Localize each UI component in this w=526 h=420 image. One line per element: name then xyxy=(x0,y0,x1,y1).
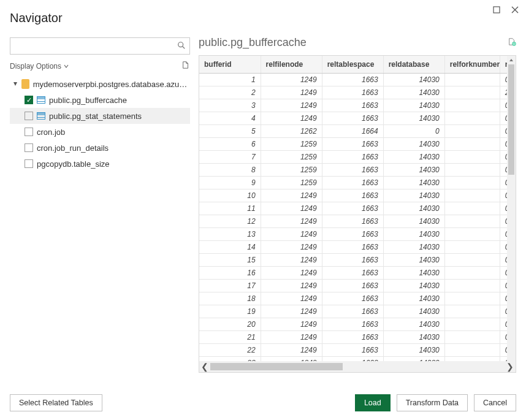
table-cell: 3 xyxy=(199,99,261,112)
table-cell: 14030 xyxy=(383,318,444,330)
display-options-dropdown[interactable]: Display Options xyxy=(10,62,69,71)
table-cell: 0 xyxy=(500,318,507,330)
table-cell: 14030 xyxy=(383,227,444,240)
table-cell: 20 xyxy=(199,318,261,330)
search-input[interactable] xyxy=(15,41,177,52)
tree-item[interactable]: pgcopydb.table_size xyxy=(10,156,190,172)
horizontal-scrollbar[interactable]: ❮ ❯ xyxy=(199,361,516,372)
table-cell: 15 xyxy=(199,253,261,266)
tree-item-label: public.pg_buffercache xyxy=(49,96,127,105)
column-header[interactable]: reldatabase xyxy=(383,56,444,73)
tree-item[interactable]: cron.job_run_details xyxy=(10,140,190,156)
table-cell xyxy=(444,86,500,99)
column-header[interactable]: reltablespace xyxy=(322,56,383,73)
close-button[interactable] xyxy=(511,6,519,13)
column-header[interactable]: bufferid xyxy=(199,56,261,73)
scroll-up-icon[interactable] xyxy=(507,56,516,64)
table-cell: 14030 xyxy=(383,305,444,318)
table-cell: 14030 xyxy=(383,330,444,343)
table-cell: 1249 xyxy=(261,253,322,266)
table-cell: 14030 xyxy=(383,176,444,189)
table-row[interactable]: 1012491663140300 xyxy=(199,189,507,202)
table-row[interactable]: 712591663140300 xyxy=(199,150,507,163)
tree-item[interactable]: cron.job xyxy=(10,124,190,140)
table-row[interactable]: 312491663140300 xyxy=(199,99,507,112)
vertical-scrollbar[interactable] xyxy=(507,56,516,361)
table-row[interactable]: 2312491663140300 xyxy=(199,356,507,361)
table-cell: 0 xyxy=(500,356,507,361)
table-cell: 4 xyxy=(199,112,261,124)
table-row[interactable]: 1812491663140300 xyxy=(199,292,507,305)
table-row[interactable]: 1312491663140300 xyxy=(199,227,507,240)
table-row[interactable]: 2212491663140300 xyxy=(199,343,507,356)
table-row[interactable]: 812591663140300 xyxy=(199,163,507,176)
table-row[interactable]: 1912491663140300 xyxy=(199,305,507,318)
maximize-button[interactable] xyxy=(493,6,500,13)
table-cell: 0 xyxy=(383,124,444,137)
table-row[interactable]: 1712491663140300 xyxy=(199,279,507,292)
table-cell: 13 xyxy=(199,227,261,240)
column-header[interactable]: relfilenode xyxy=(261,56,322,73)
table-cell: 22 xyxy=(199,343,261,356)
table-row[interactable]: 912591663140300 xyxy=(199,176,507,189)
scroll-left-icon[interactable]: ❮ xyxy=(199,362,210,372)
table-row[interactable]: 1112491663140300 xyxy=(199,202,507,215)
scroll-thumb[interactable] xyxy=(508,64,514,175)
table-cell: 14 xyxy=(199,240,261,253)
load-button[interactable]: Load xyxy=(355,394,391,411)
table-row[interactable]: 2012491663140300 xyxy=(199,318,507,330)
scroll-right-icon[interactable]: ❯ xyxy=(505,362,516,372)
table-cell: 1663 xyxy=(322,240,383,253)
tree-db-node[interactable]: mydemoserverpbi.postgres.database.azure.… xyxy=(10,76,190,92)
table-cell xyxy=(444,305,500,318)
table-cell: 0 xyxy=(500,176,507,189)
table-cell: 6 xyxy=(199,137,261,150)
table-row[interactable]: 112491663140300 xyxy=(199,73,507,86)
table-row[interactable]: 1412491663140300 xyxy=(199,240,507,253)
table-cell: 0 xyxy=(500,137,507,150)
table-cell: 23 xyxy=(199,356,261,361)
table-cell: 17 xyxy=(199,279,261,292)
table-row[interactable]: 1212491663140300 xyxy=(199,215,507,227)
table-cell: 1249 xyxy=(261,318,322,330)
refresh-icon[interactable] xyxy=(181,61,190,71)
table-cell: 1259 xyxy=(261,176,322,189)
checkbox[interactable]: ✓ xyxy=(25,96,33,104)
table-row[interactable]: 1512491663140300 xyxy=(199,253,507,266)
table-row[interactable]: 412491663140300 xyxy=(199,112,507,124)
table-cell: 14030 xyxy=(383,240,444,253)
preview-options-icon[interactable] xyxy=(508,36,516,49)
table-cell: 0 xyxy=(500,292,507,305)
table-row[interactable]: 212491663140302 xyxy=(199,86,507,99)
display-options-label: Display Options xyxy=(10,62,61,71)
table-row[interactable]: 1612491663140300 xyxy=(199,266,507,279)
table-row[interactable]: 2112491663140300 xyxy=(199,330,507,343)
table-cell: 14030 xyxy=(383,137,444,150)
checkbox[interactable] xyxy=(25,128,33,136)
table-cell xyxy=(444,240,500,253)
table-cell: 2 xyxy=(500,86,507,99)
expander-icon[interactable] xyxy=(12,81,18,87)
select-related-tables-button[interactable]: Select Related Tables xyxy=(10,394,102,411)
checkbox[interactable] xyxy=(25,143,33,152)
column-header[interactable]: re xyxy=(500,56,507,73)
search-icon[interactable] xyxy=(177,41,186,52)
checkbox[interactable] xyxy=(25,159,33,168)
table-cell xyxy=(444,318,500,330)
column-header[interactable]: relforknumber xyxy=(444,56,500,73)
tree-item[interactable]: ✓public.pg_buffercache xyxy=(10,92,190,108)
table-cell: 0 xyxy=(500,266,507,279)
tree-item-label: cron.job_run_details xyxy=(37,143,109,153)
table-cell: 1663 xyxy=(322,292,383,305)
table-cell: 0 xyxy=(500,112,507,124)
transform-data-button[interactable]: Transform Data xyxy=(397,394,468,411)
table-row[interactable]: 51262166400 xyxy=(199,124,507,137)
table-icon xyxy=(37,112,45,120)
cancel-button[interactable]: Cancel xyxy=(474,394,516,411)
tree-item[interactable]: public.pg_stat_statements xyxy=(10,108,190,124)
search-input-wrap[interactable] xyxy=(10,37,190,55)
table-row[interactable]: 612591663140300 xyxy=(199,137,507,150)
checkbox[interactable] xyxy=(25,112,33,120)
table-cell: 1249 xyxy=(261,189,322,202)
hscroll-thumb[interactable] xyxy=(210,363,343,370)
